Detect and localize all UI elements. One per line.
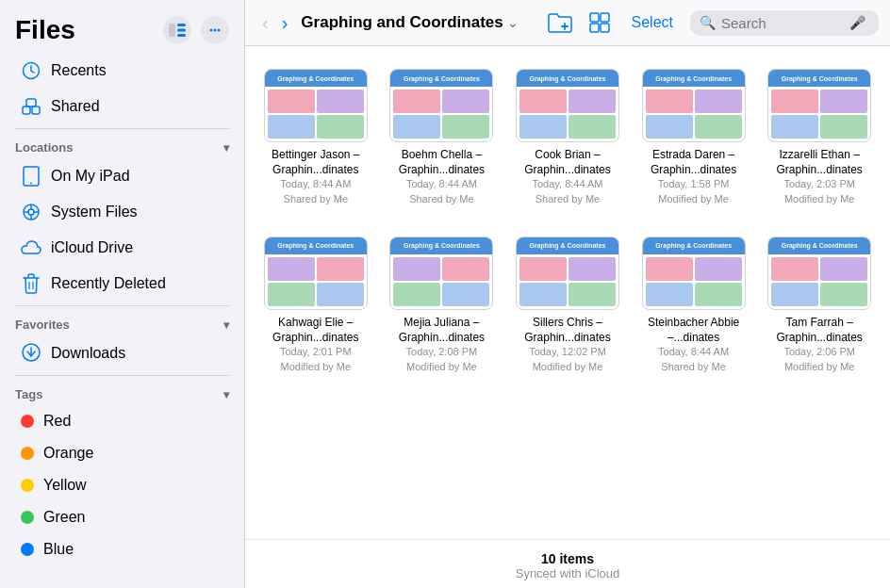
sidebar-item-recently-deleted[interactable]: Recently Deleted [6,266,239,302]
divider-2 [15,305,229,306]
file-thumbnail: Graphing & Coordinates [516,69,619,142]
sidebar-item-system-files[interactable]: System Files [6,194,239,230]
system-files-icon [21,202,41,222]
svg-rect-27 [601,13,609,22]
file-grid: Graphing & Coordinates Bettinger Jason –… [256,61,879,382]
topbar: ‹ › Graphing and Coordinates ⌄ [245,0,890,46]
sidebar-item-downloads[interactable]: Downloads [6,335,239,371]
grid-view-button[interactable] [585,8,615,38]
breadcrumb: Graphing and Coordinates ⌄ [301,13,536,32]
thumb-body [517,254,618,309]
file-thumbnail: Graphing & Coordinates [516,237,619,310]
svg-point-13 [30,183,32,185]
list-item[interactable]: Graphing & Coordinates Steinbacher Abbie… [635,229,753,382]
sidebar-toggle-button[interactable] [163,16,191,44]
favorites-section-header[interactable]: Favorites ▾ [0,310,244,335]
tag-yellow-label: Yellow [43,477,87,494]
file-meta-time: Today, 8:44 AM [406,177,477,191]
svg-point-6 [214,29,217,32]
locations-section-header[interactable]: Locations ▾ [0,133,244,158]
svg-rect-10 [32,106,40,114]
recents-icon [21,60,41,81]
sidebar-icons [163,16,229,44]
svg-rect-2 [177,29,186,32]
divider-1 [15,128,229,129]
thumb-header: Graphing & Coordinates [768,237,870,254]
sidebar-item-tag-blue[interactable]: Blue [6,533,239,565]
sidebar-item-shared[interactable]: Shared [6,89,239,124]
folder-add-button[interactable] [545,8,575,38]
file-meta-time: Today, 2:08 PM [406,345,478,359]
tag-red-label: Red [43,413,71,430]
list-item[interactable]: Graphing & Coordinates Tam Farrah – Grap… [760,229,879,382]
list-item[interactable]: Graphing & Coordinates Boehm Chella – Gr… [383,61,502,214]
list-item[interactable]: Graphing & Coordinates Estrada Daren – G… [635,61,753,214]
sidebar-item-recents[interactable]: Recents [6,53,239,89]
thumb-header: Graphing & Coordinates [768,70,870,87]
sidebar-item-tag-red[interactable]: Red [6,405,239,437]
file-meta-status: Modified by Me [533,360,603,374]
thumb-header: Graphing & Coordinates [390,70,492,87]
file-name: Mejia Juliana – Graphin...dinates [389,316,493,345]
file-meta-status: Shared by Me [536,192,600,206]
svg-rect-1 [177,24,186,26]
more-options-button[interactable] [201,16,229,44]
file-name: Bettinger Jason – Graphin...dinates [264,148,368,177]
file-thumbnail: Graphing & Coordinates [642,69,746,142]
thumb-body [390,87,492,141]
forward-button[interactable]: › [276,10,294,36]
sidebar-header: Files [0,0,244,53]
sidebar-item-tag-green[interactable]: Green [6,501,239,533]
svg-rect-29 [601,24,609,32]
list-item[interactable]: Graphing & Coordinates Mejia Juliana – G… [383,229,502,382]
file-thumbnail: Graphing & Coordinates [264,69,368,142]
thumb-header: Graphing & Coordinates [390,237,492,254]
microphone-icon[interactable]: 🎤 [849,15,865,30]
thumb-body [517,87,618,141]
thumb-body [390,254,492,309]
svg-rect-0 [169,24,175,37]
back-button[interactable]: ‹ [256,10,274,36]
tags-label: Tags [15,387,42,401]
svg-rect-3 [177,34,186,37]
icloud-drive-icon [21,237,41,258]
locations-chevron: ▾ [223,141,229,155]
list-item[interactable]: Graphing & Coordinates Cook Brian – Grap… [508,61,627,214]
red-dot [21,415,34,428]
select-button[interactable]: Select [624,10,681,35]
file-meta-status: Modified by Me [281,360,352,374]
file-thumbnail: Graphing & Coordinates [264,237,368,310]
sidebar-title: Files [15,15,75,45]
sidebar: Files [0,0,245,588]
svg-rect-11 [26,99,36,106]
list-item[interactable]: Graphing & Coordinates Bettinger Jason –… [256,61,375,214]
file-name: Estrada Daren – Graphin...dinates [642,148,746,177]
file-meta-time: Today, 8:44 AM [658,345,729,359]
thumb-header: Graphing & Coordinates [643,237,745,254]
file-name: Izzarelli Ethan – Graphin...dinates [767,148,871,177]
thumb-body [643,254,745,309]
sidebar-item-on-my-ipad[interactable]: On My iPad [6,158,239,194]
svg-rect-28 [590,24,599,32]
sidebar-item-icloud-drive[interactable]: iCloud Drive [6,230,239,266]
list-item[interactable]: Graphing & Coordinates Sillers Chris – G… [508,229,627,382]
file-name: Sillers Chris – Graphin...dinates [516,316,619,345]
svg-rect-26 [590,13,599,22]
sidebar-item-tag-yellow[interactable]: Yellow [6,469,239,501]
file-name: Boehm Chella – Graphin...dinates [389,148,493,177]
tags-section-header[interactable]: Tags ▾ [0,380,244,405]
favorites-chevron: ▾ [223,318,229,332]
sidebar-item-tag-orange[interactable]: Orange [6,437,239,469]
item-count: 10 items [245,551,890,566]
on-my-ipad-label: On My iPad [51,168,130,185]
tags-chevron: ▾ [223,388,229,401]
search-input[interactable] [721,15,844,31]
list-item[interactable]: Graphing & Coordinates Kahwagi Elie – Gr… [256,229,375,382]
thumb-header: Graphing & Coordinates [643,70,745,87]
file-meta-time: Today, 2:01 PM [280,345,352,359]
file-meta-status: Modified by Me [784,192,855,206]
tag-blue-label: Blue [43,541,74,558]
file-name: Steinbacher Abbie –...dinates [642,316,746,345]
thumb-body [265,87,367,141]
list-item[interactable]: Graphing & Coordinates Izzarelli Ethan –… [760,61,879,214]
